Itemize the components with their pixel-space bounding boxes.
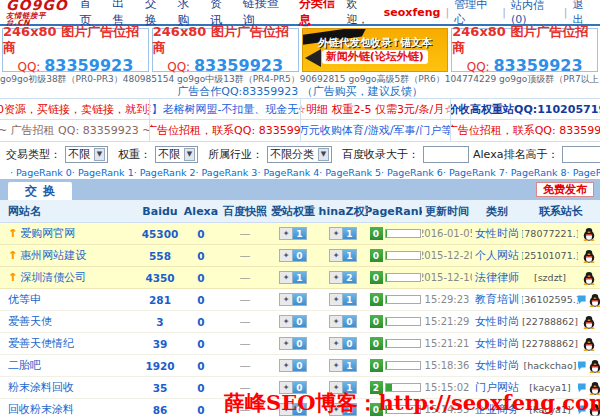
qq-penguin-icon[interactable] xyxy=(582,337,596,351)
site-name-link[interactable]: 惠州网站建设 xyxy=(20,248,86,263)
table-row[interactable]: 二胎吧19200—✦0✦1015:18:36女性时尚[hackchao] xyxy=(0,355,600,377)
baidu-included-input[interactable] xyxy=(423,146,469,163)
site-name-link[interactable]: 爱善天使情纪 xyxy=(8,336,74,351)
chat-bubble-icon[interactable] xyxy=(578,360,587,371)
qq-penguin-icon[interactable] xyxy=(582,227,596,241)
category-link[interactable]: 门户网站 xyxy=(475,380,519,395)
tab-bar: 交换 免费发布 xyxy=(0,179,600,200)
pagerank-cell: 0 xyxy=(368,249,422,262)
chinaz-weight-icon: ✦ xyxy=(330,382,343,393)
category-link[interactable]: 法律律师 xyxy=(475,270,519,285)
site-logo[interactable]: GO9GO 友情链接平台.CN xyxy=(6,0,69,27)
category-link[interactable]: 女性时尚 xyxy=(475,226,519,241)
table-row[interactable]: ↑深圳清债公司43500—✦1✦202015-12-10法律律师[szdzt] xyxy=(0,267,600,289)
table-row[interactable]: 回收粉末涂料860—✦0✦1015:14:55企业商务[kacya1] xyxy=(0,399,600,416)
qq-penguin-icon[interactable] xyxy=(582,315,596,329)
text-ad[interactable]: ~ 广告招租 QQ: 83359923 ~ xyxy=(0,120,150,141)
industry-select[interactable]: 不限分类▼ xyxy=(267,146,332,163)
table-body: ↑爱购网官网453000—✦1✦102016-01-05女性时尚[7807722… xyxy=(0,223,600,416)
site-name-link[interactable]: 回收粉末涂料 xyxy=(8,402,74,416)
table-row[interactable]: ↑惠州网站建设5580—✦0✦102015-12-28个人网站[25101071… xyxy=(0,245,600,267)
qq-penguin-icon[interactable] xyxy=(588,359,600,373)
site-name-link[interactable]: 二胎吧 xyxy=(8,358,41,373)
ad-banner-2[interactable]: 246x80 图片广告位招商 QQ: 83359923 xyxy=(152,28,299,72)
free-publish-button[interactable]: 免费发布 xyxy=(536,182,594,197)
chat-bubble-icon[interactable] xyxy=(578,294,587,305)
contact-icons-cell xyxy=(578,293,600,307)
site-name-link[interactable]: 深圳清债公司 xyxy=(20,270,86,285)
chinaz-weight-icon: ✦ xyxy=(330,338,343,349)
table-row[interactable]: 粉末涂料回收350—✦0✦1215:15:02门户网站[kacya1] xyxy=(0,377,600,399)
table-row[interactable]: 爱善天使情纪390—✦0✦0015:21:21女性时尚[22788862] xyxy=(0,333,600,355)
category-link[interactable]: 女性时尚 xyxy=(475,314,519,329)
pagerank-link[interactable]: · PageRank 9 xyxy=(567,167,600,177)
aizhan-weight-badge: ✦0 xyxy=(279,337,307,350)
baidu-count: 3 xyxy=(140,316,180,328)
pagerank-link[interactable]: · PageRank 5 xyxy=(319,167,381,177)
qq-penguin-icon[interactable] xyxy=(582,249,596,263)
pagerank-link[interactable]: · PageRank 8 xyxy=(505,167,567,177)
chat-bubble-icon[interactable] xyxy=(578,404,587,415)
site-name-link[interactable]: 粉末涂料回收 xyxy=(8,380,74,395)
aizhan-weight-icon: ✦ xyxy=(280,382,293,393)
site-name-link[interactable]: 爱善天使 xyxy=(8,314,52,329)
site-name-link[interactable]: 优等申 xyxy=(8,292,41,307)
category-link[interactable]: 女性时尚 xyxy=(475,336,519,351)
alexa-rank: 0 xyxy=(180,316,222,328)
pagerank-link[interactable]: · PageRank 6 xyxy=(381,167,443,177)
pagerank-cell: 0 xyxy=(368,359,422,372)
pagerank-bar xyxy=(385,273,421,282)
tab-exchange[interactable]: 交换 xyxy=(8,182,72,200)
site-name-cell: ↑惠州网站建设 xyxy=(0,248,140,263)
qq-penguin-icon xyxy=(582,249,596,263)
weight-select[interactable]: 不限▼ xyxy=(155,146,198,163)
site-name-link[interactable]: 爱购网官网 xyxy=(20,226,75,241)
text-ad[interactable]: ■■ 高价收高权重站QQ:1102057192 ■■ xyxy=(451,99,600,119)
table-row[interactable]: 爱善天使30—✦0✦0015:21:29女性时尚[22788862] xyxy=(0,311,600,333)
chinaz-weight-cell: ✦2 xyxy=(318,271,368,284)
user-messages[interactable]: 站内信(0) xyxy=(511,0,559,26)
contact-icons-cell xyxy=(578,359,600,373)
chat-bubble-icon[interactable] xyxy=(578,382,587,393)
table-row[interactable]: ↑爱购网官网453000—✦1✦102016-01-05女性时尚[7807722… xyxy=(0,223,600,245)
header-site-name: 网站名 xyxy=(0,204,140,219)
qq-penguin-icon[interactable] xyxy=(588,403,600,416)
nav-classified-info[interactable]: 分类信息 xyxy=(299,0,346,29)
qq-penguin-icon[interactable] xyxy=(588,381,600,395)
text-ad[interactable]: ☆明细 权重2-5 仅需3元/条/月☆ xyxy=(301,99,451,119)
category-link[interactable]: 企业商务 xyxy=(475,402,519,416)
text-ad[interactable]: 诚信万元收购体育/游戏/军事/门户等网站 xyxy=(301,120,451,141)
pagerank-link[interactable]: · PageRank 3 xyxy=(196,167,258,177)
pagerank-link[interactable]: · PageRank 7 xyxy=(443,167,505,177)
text-ad[interactable]: ＞ 此广告位招租，联系QQ: 83359923 ＜ xyxy=(150,120,300,141)
alexa-rank-input[interactable] xyxy=(562,146,600,163)
promo-banner[interactable]: 外链代发包收录↑锚文本 新闻外链(论坛外链) xyxy=(302,28,449,72)
username[interactable]: seoxfeng xyxy=(384,6,441,19)
aizhan-weight-cell: ✦0 xyxy=(268,359,318,372)
qq-penguin-icon[interactable] xyxy=(582,271,596,285)
pagerank-value: 0 xyxy=(370,249,383,262)
table-row[interactable]: 优等申2810—✦0✦1015:29:23教育培训[36102595.] xyxy=(0,289,600,311)
site-name-cell: ↑爱购网官网 xyxy=(0,226,140,241)
pagerank-link[interactable]: · PageRank 4 xyxy=(257,167,319,177)
alexa-rank: 0 xyxy=(180,404,222,416)
pagerank-link[interactable]: · PageRank 2 xyxy=(134,167,196,177)
category-link[interactable]: 女性时尚 xyxy=(475,358,519,373)
chinaz-weight-badge: ✦0 xyxy=(329,337,357,350)
pagerank-link[interactable]: · PageRank 0 xyxy=(10,167,72,177)
text-ad[interactable]: 此广告位招租，联系QQ: 83359923 xyxy=(451,120,600,141)
qq-penguin-icon[interactable] xyxy=(588,293,600,307)
trade-type-select[interactable]: 不限▼ xyxy=(65,146,108,163)
category-link[interactable]: 教育培训 xyxy=(475,292,519,307)
ad-banner-3[interactable]: 246x80 图片广告位招商 QQ: 83359923 xyxy=(451,28,598,72)
megaphone-icon xyxy=(305,49,321,67)
category-link[interactable]: 个人网站 xyxy=(475,248,519,263)
ad-banner-1[interactable]: 246x80 图片广告位招商 QQ: 83359923 xyxy=(2,28,149,72)
up-arrow-icon: ↑ xyxy=(8,271,17,284)
ad-banner-title: 246x80 图片广告位招商 xyxy=(3,24,148,57)
text-ad[interactable]: 【推荐】老榕树网盟-不扣量、现金无偿补助 xyxy=(150,99,300,119)
text-ad[interactable]: 10000资源，买链接，卖链接，就到买卖链 xyxy=(0,99,150,119)
pagerank-link[interactable]: · PageRank 1 xyxy=(72,167,134,177)
chinaz-weight-badge: ✦1 xyxy=(329,359,357,372)
qq-penguin-icon xyxy=(582,271,596,285)
